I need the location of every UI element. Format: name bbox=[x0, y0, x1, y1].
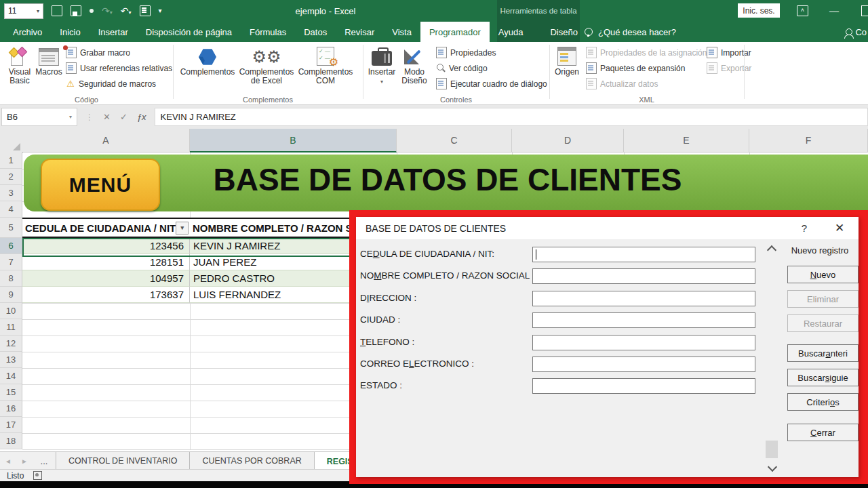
ribbon-button-origen[interactable]: Origen bbox=[551, 44, 583, 94]
formula-input[interactable]: KEVIN J RAMIREZ bbox=[155, 108, 868, 126]
row-header-2[interactable]: 2 bbox=[0, 169, 22, 185]
filter-dropdown-icon[interactable]: ▾ bbox=[176, 222, 189, 235]
dialog-help-button[interactable]: ? bbox=[792, 217, 816, 239]
ribbon-button-usar-referencias-relativas[interactable]: Usar referencias relativas bbox=[66, 60, 172, 76]
ribbon-button-importar[interactable]: Importar bbox=[707, 45, 751, 60]
dialog-field-input-5[interactable] bbox=[532, 357, 755, 372]
row-header-17[interactable]: 17 bbox=[0, 417, 22, 433]
restore-button[interactable] bbox=[861, 5, 868, 16]
sign-in-button[interactable]: Inic. ses. bbox=[738, 3, 780, 18]
dialog-field-input-4[interactable] bbox=[532, 335, 755, 350]
row-header-18[interactable]: 18 bbox=[0, 433, 22, 449]
new-file-icon[interactable] bbox=[52, 5, 62, 16]
ribbon-button-complementos[interactable]: Complementos bbox=[178, 44, 237, 94]
insert-function-icon[interactable]: ƒx bbox=[137, 112, 146, 122]
cell-id-row-8[interactable]: 104957 bbox=[22, 270, 190, 287]
menu-button[interactable]: MENÚ bbox=[41, 159, 160, 211]
row-header-12[interactable]: 12 bbox=[0, 336, 22, 352]
tab-insertar[interactable]: Insertar bbox=[90, 22, 137, 42]
tab-f-rmulas[interactable]: Fórmulas bbox=[241, 22, 295, 42]
cell-id-row-9[interactable]: 173637 bbox=[22, 287, 190, 303]
font-size-box[interactable]: 11 ▾ bbox=[4, 3, 43, 19]
column-header-b[interactable]: B bbox=[190, 129, 397, 152]
table-header-cedula[interactable]: CEDULA DE CIUDADANIA / NIT▾ bbox=[22, 218, 190, 238]
cell-id-row-6[interactable]: 123456 bbox=[22, 238, 190, 254]
column-header-a[interactable]: A bbox=[22, 129, 190, 152]
ribbon-button-complementos-com[interactable]: ⚙ComplementosCOM bbox=[296, 44, 355, 94]
row-header-9[interactable]: 9 bbox=[0, 287, 22, 303]
column-header-f[interactable]: F bbox=[749, 129, 868, 152]
tab-archivo[interactable]: Archivo bbox=[4, 22, 51, 42]
customize-qat-icon[interactable]: ▾ bbox=[159, 7, 162, 14]
tab-programador[interactable]: Programador bbox=[420, 22, 490, 42]
dialog-button-buscar-anteri[interactable]: Buscar anteri bbox=[787, 344, 859, 362]
dialog-title-bar[interactable]: BASE DE DATOS DE CLIENTES bbox=[356, 217, 859, 239]
row-header-15[interactable]: 15 bbox=[0, 384, 22, 401]
name-box[interactable]: B6 ▾ bbox=[1, 108, 77, 126]
scroll-down-icon[interactable] bbox=[768, 462, 777, 472]
dialog-field-input-3[interactable] bbox=[532, 312, 755, 328]
tab-vista[interactable]: Vista bbox=[383, 22, 420, 42]
dialog-button-buscar-siguie[interactable]: Buscar siguie bbox=[787, 369, 859, 386]
column-header-c[interactable]: C bbox=[397, 129, 512, 152]
ribbon-button-seguridad-de-macros[interactable]: ⚠Seguridad de macros bbox=[66, 76, 172, 92]
row-header-7[interactable]: 7 bbox=[0, 254, 22, 270]
dialog-close-button[interactable]: ✕ bbox=[826, 217, 853, 239]
undo-icon[interactable]: ↶▾ bbox=[121, 6, 132, 16]
scrollbar-thumb[interactable] bbox=[766, 441, 778, 458]
record-macro-dot-icon[interactable] bbox=[90, 9, 94, 13]
sheet-tab-control-de-inventario[interactable]: CONTROL DE INVENTARIO bbox=[56, 452, 190, 470]
row-header-10[interactable]: 10 bbox=[0, 303, 22, 319]
row-header-1[interactable]: 1 bbox=[0, 152, 22, 169]
cancel-icon[interactable]: ✕ bbox=[103, 112, 111, 122]
row-header-8[interactable]: 8 bbox=[0, 270, 22, 287]
tab-dise-o[interactable]: Diseño bbox=[541, 22, 586, 42]
tab-revisar[interactable]: Revisar bbox=[336, 22, 383, 42]
ribbon-button-visual-basic[interactable]: VisualBasic bbox=[4, 44, 35, 94]
dialog-field-input-6[interactable] bbox=[532, 378, 755, 394]
row-header-6[interactable]: 6 bbox=[0, 238, 22, 254]
row-header-16[interactable]: 16 bbox=[0, 401, 22, 417]
tell-me-search[interactable]: ¿Qué desea hacer? bbox=[585, 22, 676, 42]
tab-disposici-n-de-p-gina[interactable]: Disposición de página bbox=[137, 22, 241, 42]
dialog-field-input-0[interactable] bbox=[532, 247, 755, 262]
ribbon-button-paquetes-de-expansión[interactable]: Paquetes de expansión bbox=[586, 60, 707, 76]
row-header-13[interactable]: 13 bbox=[0, 352, 22, 368]
form-icon[interactable] bbox=[140, 5, 151, 16]
dialog-field-input-1[interactable] bbox=[532, 268, 755, 284]
row-header-14[interactable]: 14 bbox=[0, 368, 22, 384]
row-header-4[interactable]: 4 bbox=[0, 201, 22, 218]
dialog-record-scrollbar[interactable] bbox=[765, 244, 778, 474]
save-icon[interactable] bbox=[71, 5, 81, 16]
macro-record-icon[interactable] bbox=[33, 471, 42, 480]
row-header-5[interactable]: 5 bbox=[0, 218, 22, 238]
select-all-corner[interactable] bbox=[0, 129, 23, 153]
ribbon-button-macros[interactable]: Macros bbox=[34, 44, 64, 94]
prev-sheet-icon[interactable]: ◄ bbox=[0, 452, 16, 470]
ribbon-button-propiedades[interactable]: Propiedades bbox=[436, 45, 547, 60]
enter-icon[interactable]: ✓ bbox=[120, 112, 127, 122]
dialog-button-cerrar[interactable]: Cerrar bbox=[787, 424, 859, 441]
scroll-up-icon[interactable] bbox=[767, 245, 776, 255]
ribbon-button-ejecutar-cuadro-de-diálogo[interactable]: Ejecutar cuadro de diálogo bbox=[436, 76, 547, 92]
ribbon-display-options-icon[interactable]: ˄ bbox=[797, 5, 808, 16]
tab-datos[interactable]: Datos bbox=[295, 22, 336, 42]
ribbon-button-grabar-macro[interactable]: Grabar macro bbox=[66, 45, 172, 60]
row-header-11[interactable]: 11 bbox=[0, 319, 22, 336]
tab-ayuda[interactable]: Ayuda bbox=[490, 22, 532, 42]
dialog-button-nuevo[interactable]: Nuevo bbox=[787, 266, 859, 283]
sheet-tab-ellipsis[interactable]: ... bbox=[33, 452, 56, 470]
minimize-button[interactable]: — bbox=[826, 3, 842, 19]
ribbon-button-insertar[interactable]: Insertar▾ bbox=[366, 44, 398, 94]
dialog-button-criterios[interactable]: Criterios bbox=[787, 393, 859, 411]
column-header-d[interactable]: D bbox=[512, 129, 624, 152]
ribbon-button-ver-código[interactable]: Ver código bbox=[436, 60, 547, 76]
formula-bar-grip[interactable]: ⋮ bbox=[85, 113, 94, 122]
share-button[interactable]: Co bbox=[846, 22, 867, 42]
next-sheet-icon[interactable]: ► bbox=[16, 452, 33, 470]
tab-inicio[interactable]: Inicio bbox=[51, 22, 89, 42]
ribbon-button-modo-dise-o[interactable]: ModoDiseño bbox=[398, 44, 431, 94]
dialog-field-input-2[interactable] bbox=[532, 291, 755, 306]
ribbon-button-complementos-de-excel[interactable]: ⚙⚙Complementosde Excel bbox=[238, 44, 295, 94]
sheet-tab-cuentas-por-cobrar[interactable]: CUENTAS POR COBRAR bbox=[190, 452, 314, 470]
